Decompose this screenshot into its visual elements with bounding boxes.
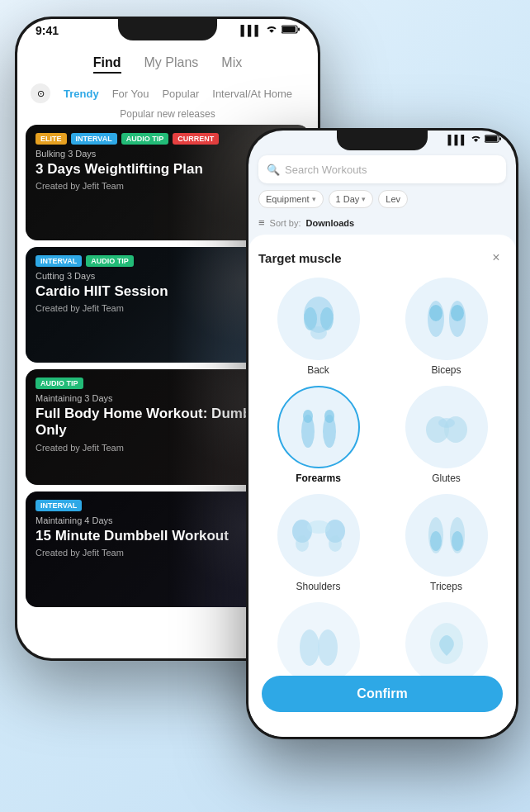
badge-interval-4: INTERVAL [35,500,82,511]
muscle-item-back[interactable]: Back [258,278,378,376]
filter-level-label: Lev [386,194,400,204]
filter-trendy[interactable]: Trendy [64,88,99,100]
phone1-nav: Find My Plans Mix [17,49,318,80]
muscle-label-forearms: Forearms [296,472,341,484]
wifi-icon [266,25,277,36]
muscle-circle-shoulders [277,494,360,577]
muscle-item-biceps[interactable]: Biceps [386,278,506,376]
svg-point-13 [451,305,464,321]
svg-point-17 [324,410,334,423]
phone1-status-icons: ▌▌▌ [240,25,300,36]
badge-audio-1: AUDIO TIP [121,133,169,145]
popular-label: Popular new releases [17,108,318,120]
p2-battery-icon [485,135,501,145]
muscle-circle-glutes [405,386,488,468]
filter-chip-days[interactable]: 1 Day ▾ [329,190,374,208]
phone2-statusbar: ▌▌▌ [248,135,516,145]
p2-signal-icon: ▌▌▌ [448,135,467,145]
sort-value[interactable]: Downloads [306,218,355,228]
phone1-statusbar: 9:41 ▌▌▌ [17,24,318,37]
muscle-circle-biceps [405,278,488,360]
signal-icon: ▌▌▌ [240,25,262,36]
muscle-circle-forearms [277,386,360,468]
badge-interval-2: INTERVAL [35,255,82,267]
tab-mix[interactable]: Mix [221,55,242,74]
phone1-time: 9:41 [35,24,59,37]
sort-prefix: Sort by: [270,218,301,228]
tab-find[interactable]: Find [93,55,121,74]
filter-chip-equipment[interactable]: Equipment ▾ [258,190,324,208]
close-button[interactable]: × [486,248,506,268]
search-bar[interactable]: 🔍 Search Workouts [258,155,506,183]
filter-foryou[interactable]: For You [112,88,149,100]
filter-chips-row: Equipment ▾ 1 Day ▾ Lev [248,190,516,208]
search-icon: 🔍 [267,164,280,176]
muscle-circle-cardio [405,602,488,685]
filter-chip-level[interactable]: Lev [378,190,408,208]
svg-point-28 [430,531,442,551]
confirm-label: Confirm [357,686,407,701]
svg-point-7 [304,307,317,330]
muscle-circle-upper-legs [277,602,360,685]
badge-interval-1: INTERVAL [71,133,117,145]
tab-myplans[interactable]: My Plans [144,55,199,74]
badge-elite: ELITE [35,133,67,145]
filter-popular[interactable]: Popular [162,88,199,100]
muscle-label-biceps: Biceps [431,364,461,376]
sort-icon: ≡ [258,216,265,229]
filter-days-label: 1 Day [336,194,360,204]
muscle-label-triceps: Triceps [430,581,462,592]
muscle-item-shoulders[interactable]: Shoulders [258,494,378,592]
muscle-grid-row1: Back Biceps [258,278,506,376]
filter-equipment-label: Equipment [266,194,310,204]
search-placeholder: Search Workouts [285,164,367,176]
svg-rect-2 [298,28,300,31]
svg-point-30 [300,629,319,666]
confirm-button[interactable]: Confirm [262,676,503,712]
svg-point-25 [329,535,342,552]
phone2-screen: ▌▌▌ 🔍 Search Workouts Equipment ▾ 1 Day [248,131,516,737]
chevron-down-icon-2: ▾ [362,195,366,203]
svg-point-8 [320,307,334,330]
modal-title: Target muscle [258,251,342,265]
muscle-circle-back [277,278,360,360]
muscle-label-shoulders: Shoulders [296,581,340,592]
svg-point-31 [318,629,338,666]
muscle-item-glutes[interactable]: Glutes [386,386,506,484]
target-muscle-modal: Target muscle × Back [248,235,516,737]
svg-point-29 [452,531,463,551]
badge-audio-3: AUDIO TIP [35,378,83,389]
svg-point-9 [310,326,327,340]
svg-point-23 [307,520,330,534]
sort-row: ≡ Sort by: Downloads [248,216,516,229]
phone2-device: ▌▌▌ 🔍 Search Workouts Equipment ▾ 1 Day [246,128,518,739]
badge-current: CURRENT [173,133,219,145]
phone2-status-icons: ▌▌▌ [448,135,501,145]
p2-wifi-icon [471,135,481,145]
svg-rect-5 [499,137,501,140]
svg-point-20 [438,418,455,428]
badge-audio-2: AUDIO TIP [86,255,134,267]
muscle-grid-row3: Shoulders Triceps [258,494,506,592]
battery-icon [282,25,300,36]
svg-rect-1 [282,26,296,32]
muscle-label-glutes: Glutes [432,472,461,484]
muscle-grid-row2: Forearms Glutes [258,386,506,484]
muscle-circle-triceps [405,494,488,577]
phone1-filter-row: ⊙ Trendy For You Popular Interval/At Hom… [17,83,318,103]
svg-point-16 [303,410,313,423]
chevron-down-icon: ▾ [312,195,316,203]
modal-header: Target muscle × [258,248,506,268]
filter-icon[interactable]: ⊙ [31,83,50,103]
muscle-label-back: Back [307,364,329,376]
svg-point-24 [296,535,309,552]
muscle-item-forearms[interactable]: Forearms [258,386,378,484]
svg-rect-4 [485,136,498,141]
filter-interval[interactable]: Interval/At Home [212,88,292,100]
muscle-item-triceps[interactable]: Triceps [386,494,506,592]
svg-point-12 [429,305,442,321]
